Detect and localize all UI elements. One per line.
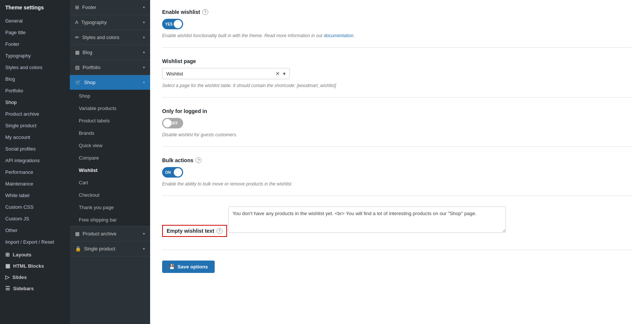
group-icon: ⊞ bbox=[75, 5, 79, 10]
sidebar-item-blog[interactable]: Blog bbox=[0, 73, 69, 85]
middle-group-portfolio[interactable]: ▨ Portfolio ▾ bbox=[70, 60, 150, 75]
subitem-quick-view[interactable]: Quick view bbox=[70, 139, 150, 152]
sidebar-section-html-blocks[interactable]: ▦ HTML Blocks bbox=[0, 259, 69, 270]
enable-wishlist-toggle[interactable]: YES bbox=[162, 19, 183, 29]
group-label: Blog bbox=[83, 50, 92, 55]
group-label: Single product bbox=[84, 246, 115, 252]
sidebar-item-performance[interactable]: Performance bbox=[0, 166, 69, 178]
group-icon: A bbox=[75, 20, 78, 25]
html-blocks-label: HTML Blocks bbox=[13, 263, 44, 269]
group-label: Typography bbox=[81, 20, 107, 25]
sidebar-section-layouts[interactable]: ⊞ Layouts bbox=[0, 248, 69, 259]
layouts-icon: ⊞ bbox=[5, 252, 10, 258]
sidebar-item-styles-and-colors[interactable]: Styles and colors bbox=[0, 62, 69, 73]
bulk-toggle-on-label: ON bbox=[165, 170, 171, 175]
enable-wishlist-toggle-wrap[interactable]: YES bbox=[162, 19, 632, 29]
group-label: Portfolio bbox=[83, 65, 101, 70]
chevron-icon: ▾ bbox=[143, 247, 145, 251]
empty-wishlist-label: Empty wishlist text ? bbox=[162, 225, 227, 237]
middle-group-blog[interactable]: ▦ Blog ▾ bbox=[70, 45, 150, 60]
sidebar-section-sidebars[interactable]: ☰ Sidebars bbox=[0, 282, 69, 293]
chevron-icon: ▾ bbox=[143, 5, 145, 9]
sidebar-item-general[interactable]: General bbox=[0, 15, 69, 27]
bulk-actions-help-icon: ? bbox=[196, 157, 202, 163]
sidebars-icon: ☰ bbox=[5, 285, 10, 291]
group-label: Shop bbox=[84, 80, 95, 85]
chevron-icon: ▾ bbox=[143, 80, 145, 84]
sidebar-item-product-archive[interactable]: Product archive bbox=[0, 108, 69, 120]
subitem-brands[interactable]: Brands bbox=[70, 127, 150, 139]
save-icon: 💾 bbox=[169, 264, 175, 270]
save-options-wrap: 💾 Save options bbox=[162, 261, 632, 273]
only-logged-in-label: Only for logged in bbox=[162, 108, 632, 114]
group-label: Styles and colors bbox=[82, 35, 119, 40]
only-logged-in-section: Only for logged in OFF Disable wishlist … bbox=[162, 108, 632, 147]
wishlist-page-value: Wishlist bbox=[166, 71, 275, 77]
middle-group-footer[interactable]: ⊞ Footer ▾ bbox=[70, 0, 150, 15]
wishlist-page-label: Wishlist page bbox=[162, 58, 632, 64]
chevron-icon: ▾ bbox=[143, 35, 145, 39]
sidebar-item-portfolio[interactable]: Portfolio bbox=[0, 85, 69, 96]
middle-group-styles-and-colors[interactable]: ✏ Styles and colors ▾ bbox=[70, 30, 150, 45]
sidebar-item-shop[interactable]: Shop bbox=[0, 96, 69, 108]
panel-middle: ⊞ Footer ▾ A Typography ▾ ✏ Styles and c… bbox=[69, 0, 150, 324]
chevron-icon: ▾ bbox=[143, 232, 145, 236]
only-logged-in-toggle-wrap[interactable]: OFF bbox=[162, 118, 632, 128]
chevron-icon: ▾ bbox=[143, 20, 145, 24]
chevron-icon: ▾ bbox=[143, 65, 145, 69]
documentation-link[interactable]: documentation bbox=[324, 33, 354, 38]
sidebar-item-social-profiles[interactable]: Social profiles bbox=[0, 143, 69, 155]
sidebar-item-footer[interactable]: Footer bbox=[0, 38, 69, 50]
subitem-product-labels[interactable]: Product labels bbox=[70, 115, 150, 127]
sidebar-item-my-account[interactable]: My account bbox=[0, 131, 69, 143]
sidebar-item-import-/-export-/-reset[interactable]: Import / Export / Reset bbox=[0, 236, 69, 248]
middle-group-single-product[interactable]: 🔒 Single product ▾ bbox=[70, 241, 150, 256]
middle-group-shop[interactable]: 🛒 Shop ▾ bbox=[70, 75, 150, 90]
subitem-compare[interactable]: Compare bbox=[70, 152, 150, 164]
sidebar-item-page-title[interactable]: Page title bbox=[0, 27, 69, 38]
sidebar-item-api-integrations[interactable]: API integrations bbox=[0, 155, 69, 166]
chevron-icon: ▾ bbox=[143, 50, 145, 54]
sidebar-item-maintenance[interactable]: Maintenance bbox=[0, 178, 69, 190]
bulk-actions-desc: Enable the ability to bulk move or remov… bbox=[162, 181, 632, 187]
sidebar-section-slides[interactable]: ▷ Slides bbox=[0, 270, 69, 282]
bulk-actions-toggle-wrap[interactable]: ON bbox=[162, 167, 632, 178]
enable-wishlist-desc: Enable wishlist functionality built in w… bbox=[162, 33, 632, 38]
subitem-free-shipping-bar[interactable]: Free shipping bar bbox=[70, 214, 150, 226]
chevron-down-icon[interactable]: ▾ bbox=[283, 71, 286, 77]
theme-settings-title: Theme settings bbox=[0, 0, 69, 15]
group-label: Product archive bbox=[83, 231, 116, 237]
empty-wishlist-textarea[interactable] bbox=[228, 206, 506, 233]
sidebars-label: Sidebars bbox=[13, 286, 34, 291]
subitem-shop[interactable]: Shop bbox=[70, 90, 150, 102]
subitem-wishlist[interactable]: Wishlist bbox=[70, 164, 150, 176]
wishlist-page-dropdown[interactable]: Wishlist ✕ ▾ bbox=[162, 68, 290, 79]
slides-label: Slides bbox=[12, 274, 27, 280]
subitem-cart[interactable]: Cart bbox=[70, 176, 150, 189]
dropdown-icons: ✕ ▾ bbox=[275, 71, 286, 77]
sidebar-item-other[interactable]: Other bbox=[0, 225, 69, 236]
empty-wishlist-section: Empty wishlist text ? bbox=[162, 206, 632, 250]
sidebar-item-custom-css[interactable]: Custom CSS bbox=[0, 201, 69, 213]
group-icon: 🔒 bbox=[75, 246, 81, 252]
sidebar-item-typography[interactable]: Typography bbox=[0, 50, 69, 62]
enable-wishlist-label: Enable wishlist ? bbox=[162, 9, 632, 15]
html-blocks-icon: ▦ bbox=[5, 263, 10, 269]
sidebar-item-white-label[interactable]: White label bbox=[0, 190, 69, 201]
middle-group-product-archive[interactable]: ▦ Product archive ▾ bbox=[70, 226, 150, 241]
empty-wishlist-help-icon: ? bbox=[217, 228, 223, 234]
only-logged-in-toggle[interactable]: OFF bbox=[162, 118, 183, 128]
layouts-label: Layouts bbox=[13, 252, 32, 258]
subitem-variable-products[interactable]: Variable products bbox=[70, 102, 150, 115]
clear-icon[interactable]: ✕ bbox=[275, 71, 280, 77]
enable-wishlist-section: Enable wishlist ? YES Enable wishlist fu… bbox=[162, 9, 632, 48]
subitem-checkout[interactable]: Checkout bbox=[70, 189, 150, 201]
bulk-toggle-knob bbox=[174, 168, 182, 176]
bulk-actions-toggle[interactable]: ON bbox=[162, 167, 183, 178]
subitem-thank-you-page[interactable]: Thank you page bbox=[70, 201, 150, 214]
toggle-off-label: OFF bbox=[170, 121, 178, 125]
save-options-button[interactable]: 💾 Save options bbox=[162, 261, 215, 273]
sidebar-item-single-product[interactable]: Single product bbox=[0, 120, 69, 131]
sidebar-item-custom-js[interactable]: Custom JS bbox=[0, 213, 69, 225]
middle-group-typography[interactable]: A Typography ▾ bbox=[70, 15, 150, 30]
